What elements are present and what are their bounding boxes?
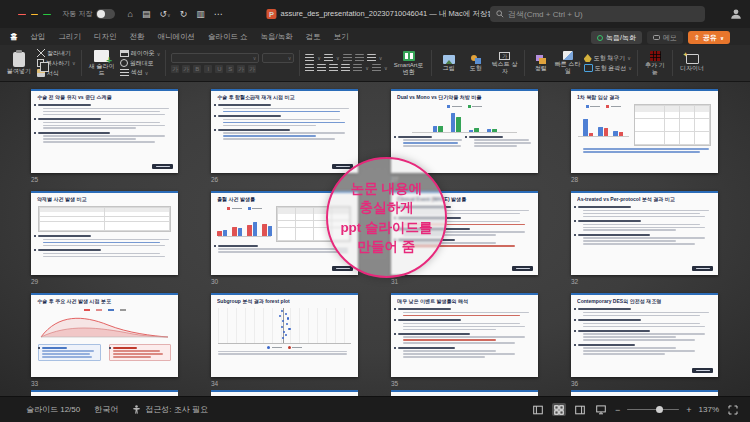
slide-thumbnail-32[interactable]: As-treated vs Per-protocol 분석 결과 비교 — [571, 191, 718, 275]
text-line — [583, 240, 676, 242]
justify-icon[interactable] — [341, 64, 350, 72]
slide-thumbnail-35[interactable]: 매우 낮은 이벤트 발생률의 해석 — [391, 293, 538, 377]
zoom-out-button[interactable]: − — [615, 405, 620, 415]
account-person-icon[interactable] — [730, 8, 742, 20]
insert-textbox-button[interactable]: 가텍스트 상자 — [491, 52, 519, 75]
line-spacing-icon[interactable] — [353, 64, 362, 72]
addins-button[interactable]: 추가 기능 — [643, 51, 667, 76]
slide-thumbnail-26[interactable]: 수술 후 항혈소판제 재개 시점 비교 — [211, 89, 358, 173]
copy-icon — [37, 59, 44, 67]
align-center-icon[interactable] — [317, 64, 326, 72]
document-title[interactable]: P assure_des_presentation_20230710046041… — [266, 0, 502, 28]
ribbon-tab-녹음/녹화[interactable]: 녹음/녹화 — [261, 32, 293, 42]
shape-fill-button[interactable]: 도형 채우기∨ — [584, 54, 632, 62]
numbering-icon[interactable] — [324, 54, 333, 62]
bold-button[interactable]: B — [193, 65, 201, 73]
insert-group: 그림 도형 가텍스트 상자 — [437, 47, 519, 79]
slide-sorter-view-button[interactable] — [552, 403, 566, 416]
strikethrough-button[interactable]: S — [226, 65, 234, 73]
language-indicator[interactable]: 한국어 — [94, 404, 118, 415]
ribbon-tab-홈[interactable]: 홈 — [10, 32, 18, 42]
align-left-icon[interactable] — [305, 64, 314, 72]
slide-counter[interactable]: 슬라이드 12/50 — [26, 404, 80, 415]
accessibility-status[interactable]: 접근성: 조사 필요 — [132, 404, 208, 415]
underline-button[interactable]: U — [215, 65, 223, 73]
reading-view-button[interactable] — [573, 403, 587, 416]
section-button[interactable]: 섹션∨ — [120, 69, 161, 76]
bar — [469, 130, 474, 132]
table-cell — [105, 217, 137, 221]
shape-outline-button[interactable]: 도형 윤곽선∨ — [584, 64, 632, 72]
more-commands-icon[interactable]: ⋯ — [214, 10, 223, 19]
fit-to-window-button[interactable] — [726, 403, 740, 416]
cut-button[interactable]: 잘라내기 — [37, 49, 76, 57]
footer-badge — [332, 266, 353, 271]
slide-thumbnail-27[interactable]: Dual vs Mono vs 단기약물 처방 비율 — [391, 89, 538, 173]
bar-group — [487, 109, 497, 132]
zoom-percentage[interactable]: 137% — [699, 405, 719, 414]
font-size-select[interactable]: ∨ — [262, 53, 294, 63]
comments-button[interactable]: 메모 — [647, 31, 683, 44]
legend-swatch — [267, 346, 270, 349]
normal-view-button[interactable] — [531, 403, 545, 416]
home-icon[interactable]: ⌂ — [127, 10, 132, 19]
slideshow-button[interactable] — [594, 403, 608, 416]
bar — [223, 230, 228, 237]
text-highlight-button[interactable]: 가 — [237, 65, 245, 73]
ribbon-tab-애니메이션[interactable]: 애니메이션 — [158, 32, 196, 42]
new-slide-button[interactable]: 새 슬라이드 — [87, 50, 117, 77]
slide-thumbnail-34[interactable]: Subgroup 분석 결과 forest plot — [211, 293, 358, 377]
slide-thumbnail-29[interactable]: 약제별 사건 발생 비교 — [31, 191, 178, 275]
minimize-window-button[interactable] — [31, 14, 39, 16]
font-color-button[interactable]: 가 — [248, 65, 256, 73]
table-cell — [650, 132, 664, 138]
legend-swatch — [606, 105, 609, 108]
ribbon-tab-슬라이드 쇼[interactable]: 슬라이드 쇼 — [208, 32, 248, 42]
font-name-select[interactable]: ∨ — [171, 53, 259, 63]
font-grow-button[interactable]: 가 — [171, 65, 179, 73]
legend-label — [272, 347, 282, 349]
columns-icon[interactable] — [367, 54, 376, 62]
zoom-window-button[interactable] — [43, 14, 51, 16]
increase-indent-icon[interactable] — [355, 54, 364, 62]
slide-thumbnail-28[interactable]: 1차 복합 임상 결과 — [571, 89, 718, 173]
italic-button[interactable]: I — [204, 65, 212, 73]
bullets-icon[interactable] — [305, 54, 314, 62]
copy-button[interactable]: 복사하기∨ — [37, 59, 76, 67]
print-icon[interactable]: ▥ — [196, 10, 205, 19]
designer-button[interactable]: 디자이너 — [678, 54, 706, 72]
text-direction-icon[interactable] — [372, 64, 381, 72]
save-icon[interactable]: ▤ — [142, 10, 151, 19]
ribbon-tab-전환[interactable]: 전환 — [130, 32, 145, 42]
paste-button[interactable]: 붙여넣기 — [4, 52, 34, 75]
zoom-slider[interactable] — [627, 409, 679, 411]
slide-thumbnail-33[interactable]: 수술 후 주요 사건 발생 시점 분포 — [31, 293, 178, 377]
font-shrink-button[interactable]: 가 — [182, 65, 190, 73]
arrange-button[interactable]: 정렬 — [530, 55, 552, 72]
share-button[interactable]: ⇧공유∨ — [688, 31, 730, 44]
ribbon-tab-검토[interactable]: 검토 — [306, 32, 321, 42]
undo-icon[interactable]: ↺∨ — [159, 10, 170, 19]
decrease-indent-icon[interactable] — [343, 54, 352, 62]
quick-styles-button[interactable]: 빠른 스타일 — [555, 51, 581, 75]
slide-thumbnail-25[interactable]: 수술 전 약물 유지 vs 중단 스케줄 — [31, 89, 178, 173]
slide-thumbnail-36[interactable]: Contemporary DES의 안전성 재조명 — [571, 293, 718, 377]
ribbon-tab-그리기[interactable]: 그리기 — [59, 32, 82, 42]
ribbon-tab-디자인[interactable]: 디자인 — [94, 32, 117, 42]
reset-button[interactable]: 원래대로 — [120, 59, 161, 67]
zoom-slider-knob[interactable] — [656, 406, 663, 413]
layout-button[interactable]: 레이아웃∨ — [120, 50, 161, 57]
ribbon-tab-삽입[interactable]: 삽입 — [31, 32, 46, 42]
search-input[interactable]: 검색(Cmd + Ctrl + U) — [490, 6, 705, 22]
autosave-toggle[interactable] — [96, 9, 115, 19]
redo-icon[interactable]: ↻ — [180, 10, 188, 19]
close-window-button[interactable] — [18, 14, 26, 16]
record-button[interactable]: 녹음/녹화 — [591, 31, 642, 44]
insert-shape-button[interactable]: 도형 — [464, 55, 488, 72]
layout-icon — [120, 50, 129, 57]
convert-to-smartart-button[interactable]: SmartArt로 변환 — [392, 51, 426, 76]
ribbon-tab-보기[interactable]: 보기 — [334, 32, 349, 42]
align-right-icon[interactable] — [329, 64, 338, 72]
zoom-in-button[interactable]: + — [686, 405, 691, 415]
insert-picture-button[interactable]: 그림 — [437, 55, 461, 72]
